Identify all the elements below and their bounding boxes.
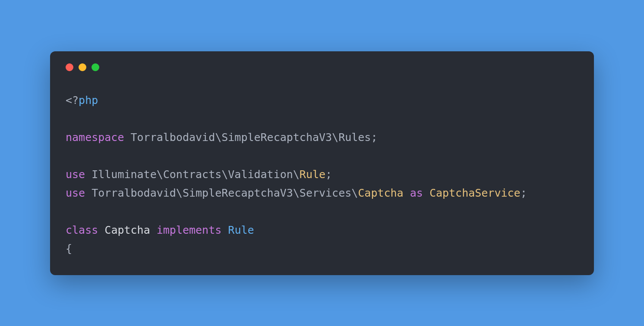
code-block[interactable]: <?php namespace Torralbodavid\SimpleReca… <box>66 91 578 258</box>
use-path-2: Torralbodavid\SimpleRecaptchaV3\Services… <box>85 187 358 199</box>
namespace-keyword: namespace <box>66 131 124 144</box>
close-icon[interactable] <box>66 63 73 71</box>
php-open-tag-keyword: php <box>79 94 98 107</box>
semicolon: ; <box>371 131 377 144</box>
implements-type: Rule <box>228 224 254 236</box>
implements-keyword: implements <box>157 224 222 236</box>
use-keyword: use <box>66 187 85 199</box>
zoom-icon[interactable] <box>92 63 99 71</box>
code-window: <?php namespace Torralbodavid\SimpleReca… <box>50 51 594 275</box>
use-path-1: Illuminate\Contracts\Validation\ <box>85 168 300 181</box>
use-keyword: use <box>66 168 85 181</box>
use-class-captcha: Captcha <box>358 187 403 199</box>
use-class-rule: Rule <box>300 168 325 181</box>
class-keyword: class <box>66 224 98 236</box>
semicolon: ; <box>325 168 332 181</box>
window-traffic-lights <box>66 63 578 71</box>
use-alias-captchaservice: CaptchaService <box>429 187 521 199</box>
semicolon: ; <box>521 187 527 199</box>
namespace-path: Torralbodavid\SimpleRecaptchaV3\Rules <box>124 131 371 144</box>
minimize-icon[interactable] <box>79 63 86 71</box>
class-name: Captcha <box>104 224 150 236</box>
brace-open: { <box>66 242 72 255</box>
as-keyword: as <box>410 187 423 199</box>
php-open-tag-punct: <? <box>66 94 79 107</box>
